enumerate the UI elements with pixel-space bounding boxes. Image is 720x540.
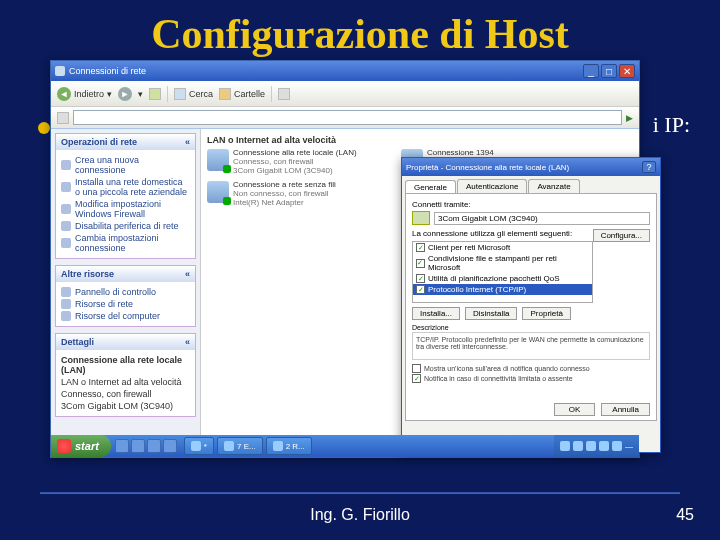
window-icon	[55, 66, 65, 76]
sidebar-item[interactable]: Risorse di rete	[61, 298, 190, 310]
tab-advanced[interactable]: Avanzate	[528, 179, 579, 193]
sidebar-item[interactable]: Disabilita periferica di rete	[61, 220, 190, 232]
sidebar-item-label: Pannello di controllo	[75, 287, 156, 297]
ql-icon[interactable]	[163, 439, 177, 453]
footer-author: Ing. G. Fiorillo	[0, 506, 720, 524]
collapse-icon: «	[185, 269, 190, 279]
app-icon	[224, 441, 234, 451]
sidebar-item[interactable]: Installa una rete domestica o una piccol…	[61, 176, 190, 198]
forward-button[interactable]: ►	[118, 87, 132, 101]
minimize-button[interactable]: _	[583, 64, 599, 78]
taskbar-item[interactable]: *	[184, 437, 214, 455]
connection-item[interactable]: Connessione alla rete locale (LAN) Conne…	[207, 149, 387, 175]
description-text: TCP/IP. Protocollo predefinito per le WA…	[412, 332, 650, 360]
folders-button[interactable]: Cartelle	[219, 88, 265, 100]
limited-conn-checkbox[interactable]: ✓Notifica in caso di connettività limita…	[412, 374, 650, 383]
ql-icon[interactable]	[131, 439, 145, 453]
page-number: 45	[676, 506, 694, 524]
up-icon[interactable]	[149, 88, 161, 100]
ql-icon[interactable]	[147, 439, 161, 453]
tray-icon[interactable]	[612, 441, 622, 451]
tray-icon[interactable]	[599, 441, 609, 451]
sidebar-group-header[interactable]: Altre risorse «	[56, 266, 195, 282]
address-icon	[57, 112, 69, 124]
sidebar-item[interactable]: Risorse del computer	[61, 310, 190, 322]
uninstall-button[interactable]: Disinstalla	[465, 307, 517, 320]
checkbox-icon[interactable]	[412, 364, 421, 373]
checkbox-icon[interactable]: ✓	[416, 259, 425, 268]
search-label: Cerca	[189, 89, 213, 99]
close-button[interactable]: ✕	[619, 64, 635, 78]
address-bar: ▶	[51, 107, 639, 129]
list-item[interactable]: ✓Client per reti Microsoft	[413, 242, 592, 253]
tab-general[interactable]: Generale	[405, 180, 456, 194]
properties-button[interactable]: Proprietà	[522, 307, 570, 320]
taskbar-item[interactable]: 7 E...	[217, 437, 263, 455]
detail-line: LAN o Internet ad alta velocità	[61, 376, 190, 388]
list-item[interactable]: ✓Utilità di pianificazione pacchetti QoS	[413, 273, 592, 284]
place-icon	[61, 299, 71, 309]
sidebar-item-label: Crea una nuova connessione	[75, 155, 190, 175]
sidebar-item[interactable]: Pannello di controllo	[61, 286, 190, 298]
dialog-title: Proprietà - Connessione alla rete locale…	[406, 163, 569, 172]
app-icon	[273, 441, 283, 451]
search-button[interactable]: Cerca	[174, 88, 213, 100]
back-button[interactable]: ◄ Indietro ▾	[57, 87, 112, 101]
detail-line: Connessione alla rete locale (LAN)	[61, 354, 190, 376]
checkbox-icon[interactable]: ✓	[416, 243, 425, 252]
component-list[interactable]: ✓Client per reti Microsoft ✓Condivisione…	[412, 241, 593, 303]
tray-icon[interactable]	[586, 441, 596, 451]
checkbox-icon[interactable]: ✓	[416, 274, 425, 283]
sidebar-group-header[interactable]: Dettagli «	[56, 334, 195, 350]
list-item[interactable]: ✓Condivisione file e stampanti per reti …	[413, 253, 592, 273]
dialog-titlebar[interactable]: Proprietà - Connessione alla rete locale…	[402, 158, 660, 176]
address-input[interactable]	[73, 110, 622, 125]
checkbox-icon[interactable]: ✓	[416, 285, 425, 294]
maximize-button[interactable]: □	[601, 64, 617, 78]
tab-strip: Generale Autenticazione Avanzate	[402, 176, 660, 193]
task-icon	[61, 182, 71, 192]
ok-button[interactable]: OK	[554, 403, 596, 416]
adapter-name: 3Com Gigabit LOM (3C940)	[434, 212, 650, 225]
tray-icon[interactable]	[560, 441, 570, 451]
collapse-icon: «	[185, 137, 190, 147]
list-item-label: Client per reti Microsoft	[428, 243, 510, 252]
separator	[167, 86, 168, 102]
go-icon[interactable]: ▶	[626, 113, 633, 123]
task-icon	[61, 204, 71, 214]
titlebar[interactable]: Connessioni di rete _ □ ✕	[51, 61, 639, 81]
system-tray[interactable]: —	[554, 435, 639, 457]
start-button[interactable]: start	[51, 435, 111, 457]
sidebar-item[interactable]: Cambia impostazioni connessione	[61, 232, 190, 254]
connection-item[interactable]: Connessione a rete senza fili Non connes…	[207, 181, 387, 207]
taskbar-item-label: 7 E...	[237, 442, 256, 451]
help-button[interactable]: ?	[642, 161, 656, 173]
list-item-selected[interactable]: ✓Protocollo Internet (TCP/IP)	[413, 284, 592, 295]
cancel-button[interactable]: Annulla	[601, 403, 650, 416]
sidebar-item-label: Disabilita periferica di rete	[75, 221, 179, 231]
taskbar-item-label: 2 R...	[286, 442, 305, 451]
configure-button[interactable]: Configura...	[593, 229, 650, 242]
taskbar-item[interactable]: 2 R...	[266, 437, 312, 455]
window-title: Connessioni di rete	[69, 66, 146, 76]
folders-label: Cartelle	[234, 89, 265, 99]
sidebar-item[interactable]: Modifica impostazioni Windows Firewall	[61, 198, 190, 220]
sidebar-group-title: Dettagli	[61, 337, 94, 347]
notify-icon-checkbox[interactable]: Mostra un'icona sull'area di notifica qu…	[412, 364, 650, 373]
toolbar: ◄ Indietro ▾ ► ▾ Cerca Cartelle	[51, 81, 639, 107]
tray-icon[interactable]	[573, 441, 583, 451]
sidebar-group-header[interactable]: Operazioni di rete «	[56, 134, 195, 150]
ql-icon[interactable]	[115, 439, 129, 453]
tab-auth[interactable]: Autenticazione	[457, 179, 527, 193]
install-button[interactable]: Installa...	[412, 307, 460, 320]
views-icon[interactable]	[278, 88, 290, 100]
body-text-fragment-right: i IP:	[653, 112, 690, 138]
list-item-label: Utilità di pianificazione pacchetti QoS	[428, 274, 560, 283]
network-icon	[207, 149, 229, 171]
app-icon	[191, 441, 201, 451]
checkbox-icon[interactable]: ✓	[412, 374, 421, 383]
adapter-icon	[412, 211, 430, 225]
sidebar-item-label: Installa una rete domestica o una piccol…	[75, 177, 190, 197]
sidebar-item[interactable]: Crea una nuova connessione	[61, 154, 190, 176]
sidebar-item-label: Modifica impostazioni Windows Firewall	[75, 199, 190, 219]
